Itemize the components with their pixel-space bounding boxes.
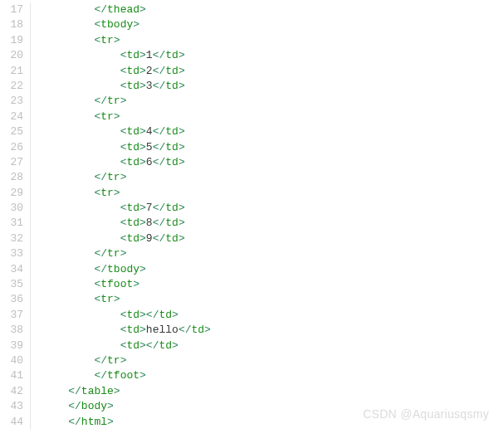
code-content[interactable]: </tfoot> — [31, 368, 146, 383]
code-token: > — [204, 324, 211, 336]
code-content[interactable]: </tr> — [31, 246, 126, 261]
code-token: </ — [153, 232, 166, 245]
code-content[interactable]: <tr> — [31, 292, 120, 307]
line-number: 42 — [0, 384, 30, 399]
code-content[interactable]: </tr> — [31, 170, 126, 185]
code-line[interactable]: 27 <td>6</td> — [0, 155, 499, 170]
code-line[interactable]: 17 </thead> — [0, 2, 499, 17]
code-token: > — [139, 49, 146, 61]
code-line[interactable]: 26 <td>5</td> — [0, 140, 499, 155]
code-token: > — [120, 247, 127, 260]
line-number: 25 — [0, 124, 30, 139]
code-token: > — [139, 3, 146, 16]
line-number: 28 — [0, 170, 30, 185]
code-token: td — [126, 141, 139, 153]
code-content[interactable]: </tr> — [31, 353, 126, 368]
code-content[interactable]: <tr> — [31, 110, 120, 124]
code-token: td — [165, 125, 179, 138]
code-token: tr — [100, 293, 114, 305]
code-line[interactable]: 23 </tr> — [0, 94, 499, 109]
code-content[interactable]: <td>8</td> — [31, 216, 185, 231]
code-token: tr — [107, 247, 120, 260]
code-line[interactable]: 42 </table> — [0, 384, 499, 399]
code-token: hello — [146, 324, 179, 336]
code-line[interactable]: 36 <tr> — [0, 292, 499, 307]
code-token: td — [191, 324, 204, 336]
code-line[interactable]: 33 </tr> — [0, 246, 499, 261]
code-line[interactable]: 41 </tfoot> — [0, 368, 499, 383]
code-token: td — [126, 49, 139, 61]
code-content[interactable]: <td>1</td> — [31, 48, 185, 63]
code-token: > — [179, 232, 185, 245]
code-content[interactable]: <td>3</td> — [31, 79, 185, 94]
code-token: </ — [68, 385, 81, 397]
code-content[interactable]: <td>2</td> — [31, 64, 185, 79]
code-token: > — [139, 369, 146, 382]
code-content[interactable]: <tbody> — [31, 17, 139, 32]
code-token: > — [179, 217, 185, 229]
code-line[interactable]: 20 <td>1</td> — [0, 48, 499, 63]
code-content[interactable]: <td>7</td> — [31, 201, 185, 216]
code-line[interactable]: 24 <tr> — [0, 110, 499, 124]
code-line[interactable]: 38 <td>hello</td> — [0, 323, 499, 338]
code-token: tfoot — [107, 369, 139, 382]
code-content[interactable]: <td>9</td> — [31, 231, 185, 246]
code-content[interactable]: <td>4</td> — [31, 124, 185, 139]
code-token: > — [179, 125, 185, 138]
code-token: td — [165, 232, 179, 245]
code-line[interactable]: 28 </tr> — [0, 170, 499, 185]
code-content[interactable]: <tfoot> — [31, 277, 139, 292]
code-token: > — [179, 80, 185, 92]
code-line[interactable]: 19 <tr> — [0, 33, 499, 48]
line-number: 41 — [0, 368, 30, 383]
code-content[interactable]: <td>5</td> — [31, 140, 185, 155]
code-token: td — [126, 156, 139, 168]
code-line[interactable]: 44 </html> — [0, 415, 499, 430]
code-content[interactable]: <td>hello</td> — [31, 323, 211, 338]
line-number: 19 — [0, 33, 30, 48]
code-line[interactable]: 35 <tfoot> — [0, 277, 499, 292]
code-block[interactable]: 17 </thead>18 <tbody>19 <tr>20 <td>1</td… — [0, 0, 499, 432]
code-token: > — [139, 65, 146, 77]
code-content[interactable]: </body> — [31, 399, 114, 414]
code-content[interactable]: </tr> — [31, 94, 126, 109]
code-token: </ — [94, 171, 107, 183]
code-token: body — [81, 400, 107, 412]
code-line[interactable]: 34 </tbody> — [0, 262, 499, 277]
code-line[interactable]: 30 <td>7</td> — [0, 201, 499, 216]
code-token: > — [139, 141, 146, 153]
code-content[interactable]: <td></td> — [31, 308, 179, 323]
code-line[interactable]: 22 <td>3</td> — [0, 79, 499, 94]
code-token: 7 — [146, 202, 153, 214]
code-line[interactable]: 43 </body> — [0, 399, 499, 414]
code-token: </ — [68, 400, 81, 412]
line-number: 35 — [0, 277, 30, 292]
code-token: tr — [107, 171, 120, 183]
line-number: 17 — [0, 2, 30, 17]
code-token: 8 — [146, 217, 153, 229]
code-content[interactable]: </html> — [31, 415, 114, 430]
code-content[interactable]: <td></td> — [31, 338, 179, 353]
code-content[interactable]: <tr> — [31, 186, 120, 201]
code-line[interactable]: 40 </tr> — [0, 353, 499, 368]
code-content[interactable]: </tbody> — [31, 262, 146, 277]
code-line[interactable]: 29 <tr> — [0, 186, 499, 201]
code-content[interactable]: </thead> — [31, 2, 146, 17]
code-line[interactable]: 32 <td>9</td> — [0, 231, 499, 246]
code-token: </ — [68, 416, 81, 428]
code-content[interactable]: <td>6</td> — [31, 155, 185, 170]
code-token: > — [179, 65, 185, 77]
code-content[interactable]: <tr> — [31, 33, 120, 48]
code-token: > — [107, 416, 114, 428]
code-content[interactable]: </table> — [31, 384, 120, 399]
code-token: </ — [153, 65, 166, 77]
line-number: 44 — [0, 415, 30, 430]
code-line[interactable]: 21 <td>2</td> — [0, 64, 499, 79]
code-token: </ — [94, 247, 107, 260]
code-token: td — [165, 80, 179, 92]
code-line[interactable]: 18 <tbody> — [0, 17, 499, 32]
code-line[interactable]: 39 <td></td> — [0, 338, 499, 353]
code-line[interactable]: 31 <td>8</td> — [0, 216, 499, 231]
code-line[interactable]: 37 <td></td> — [0, 308, 499, 323]
code-line[interactable]: 25 <td>4</td> — [0, 124, 499, 139]
